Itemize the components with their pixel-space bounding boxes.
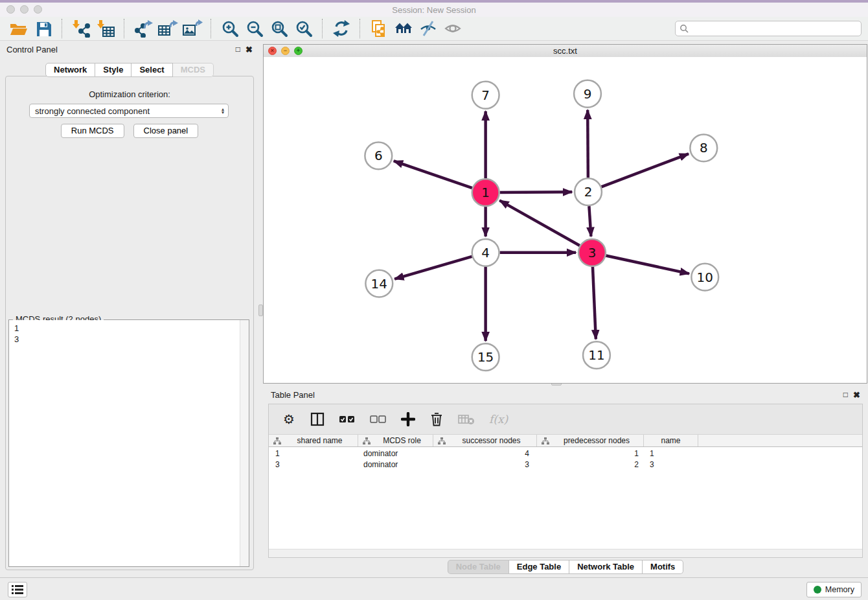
tab-style[interactable]: Style [95,63,131,77]
close-panel-button[interactable]: Close panel [133,124,199,138]
duplicate-network-icon[interactable] [367,18,391,39]
tab-mcds[interactable]: MCDS [173,63,214,77]
tab-network[interactable]: Network [45,63,95,77]
column-header-shared-name[interactable]: shared name [269,435,358,446]
column-settings-icon[interactable]: ⚙ [282,411,296,428]
export-table-icon[interactable] [155,18,180,39]
column-header-predecessor-nodes[interactable]: predecessor nodes [537,435,644,446]
close-panel-icon[interactable]: ✖ [246,45,253,54]
maximize-window-button[interactable] [34,5,42,14]
toolbar-separator [211,19,212,38]
column-header-name[interactable]: name [644,435,698,446]
control-panel-title: Control Panel [6,45,58,54]
session-title: Session: New Session [392,5,475,15]
list-icon [10,583,25,596]
graph-edge-2-9[interactable] [588,110,588,178]
toolbar-separator [360,19,361,38]
network-graph[interactable]: 7968124314101511 [264,57,867,383]
table-panel-title: Table Panel [271,390,315,400]
result-scrollbar[interactable] [240,320,249,566]
graph-node-label-2: 2 [584,185,593,200]
apply-function-icon[interactable]: f(x) [489,411,508,428]
shared-column-icon [437,437,446,445]
column-header-successor-nodes[interactable]: successor nodes [433,435,537,446]
network-window-titlebar[interactable]: scc.txt × − + [264,45,867,58]
control-panel-tabs: Network Style Select MCDS [0,63,259,77]
criterion-dropdown[interactable]: strongly connected component ▴▾ [29,104,229,118]
table-header-row: shared name MCDS role successor nodes pr… [269,434,862,447]
cell-mcds-role: dominator [358,448,433,459]
import-table-icon[interactable] [93,18,118,39]
tab-edge-table[interactable]: Edge Table [509,560,569,574]
export-network-icon[interactable] [131,18,155,39]
show-all-networks-icon[interactable] [391,18,416,39]
vertical-splitter-handle[interactable] [258,305,263,316]
cell-predecessor-nodes: 1 [537,448,644,459]
split-view-icon[interactable] [310,411,325,428]
graph-edge-1-6[interactable] [394,161,472,188]
graph-node-label-8: 8 [700,141,708,156]
network-close-icon[interactable]: × [268,47,277,55]
table-tabs: Node Table Edge Table Network Table Moti… [263,560,868,574]
search-icon [680,24,689,33]
application-window: Session: New Session [0,0,868,600]
graph-edge-1-2[interactable] [500,192,573,192]
graph-edge-4-14[interactable] [394,257,472,279]
close-window-button[interactable] [6,5,15,14]
table-row[interactable]: 1 dominator 4 1 1 [269,448,862,459]
open-session-icon[interactable] [6,18,31,39]
float-panel-icon[interactable]: □ [236,45,240,53]
graph-edge-3-1[interactable] [499,200,580,246]
cell-successor-nodes: 4 [433,448,537,459]
hide-selected-icon[interactable] [416,18,440,39]
graph-edge-2-3[interactable] [589,206,591,237]
delete-columns-icon[interactable] [429,411,444,428]
network-minimize-icon[interactable]: − [281,47,290,55]
deselect-all-columns-icon[interactable] [370,411,387,428]
tab-network-table[interactable]: Network Table [569,560,643,574]
graph-edge-3-10[interactable] [606,255,689,273]
close-table-panel-icon[interactable]: ✖ [853,391,860,399]
shared-column-icon [362,437,371,445]
network-canvas[interactable]: 7968124314101511 [264,57,867,383]
zoom-out-icon[interactable] [242,18,267,39]
graph-node-label-6: 6 [374,148,383,163]
run-mcds-button[interactable]: Run MCDS [61,124,124,138]
tab-select[interactable]: Select [131,63,172,77]
select-all-columns-icon[interactable] [339,411,356,428]
search-field[interactable] [675,21,862,36]
graph-node-label-11: 11 [588,348,604,363]
table-row[interactable]: 3 dominator 3 2 3 [269,459,862,470]
tab-node-table[interactable]: Node Table [448,560,509,574]
graph-node-label-14: 14 [371,277,387,292]
graph-node-label-1: 1 [481,185,490,200]
graph-edge-2-8[interactable] [601,154,689,187]
apply-layout-icon[interactable] [329,18,354,39]
graph-node-label-9: 9 [584,87,592,102]
export-image-icon[interactable] [180,18,205,39]
show-hidden-icon[interactable] [440,18,465,39]
import-network-icon[interactable] [69,18,93,39]
memory-button[interactable]: Memory [806,582,862,597]
zoom-fit-icon[interactable] [267,18,291,39]
search-input[interactable] [691,23,857,34]
graph-node-label-3: 3 [588,246,597,260]
column-header-mcds-role[interactable]: MCDS role [358,435,433,446]
cell-mcds-role: dominator [358,459,433,470]
minimize-window-button[interactable] [20,5,29,14]
float-table-panel-icon[interactable]: □ [843,391,848,398]
shared-column-icon [541,437,550,445]
show-task-history-button[interactable] [8,582,27,597]
table-horizontal-scrollbar[interactable] [269,549,862,557]
save-session-icon[interactable] [31,18,56,39]
toolbar-separator [322,19,323,38]
graph-edge-3-11[interactable] [593,267,596,340]
zoom-selected-icon[interactable] [291,18,316,39]
mcds-result-list[interactable]: 1 3 [9,320,249,566]
delete-table-icon[interactable] [458,411,475,428]
zoom-in-icon[interactable] [218,18,242,39]
network-maximize-icon[interactable]: + [294,47,303,55]
cell-shared-name: 1 [269,448,358,459]
add-column-icon[interactable] [401,411,415,428]
tab-motifs[interactable]: Motifs [643,560,683,574]
